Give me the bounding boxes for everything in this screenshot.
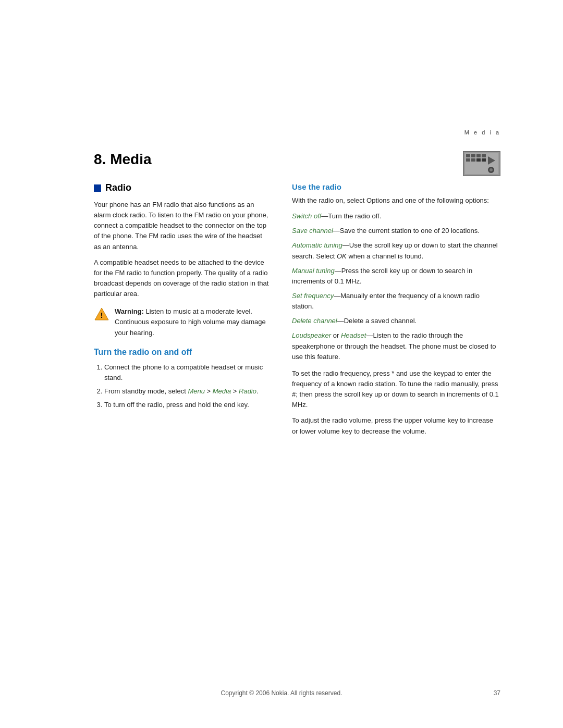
svg-text:!: !: [101, 311, 103, 319]
step-2: From standby mode, select Menu > Media >…: [104, 386, 271, 397]
svg-rect-9: [482, 158, 486, 162]
content-area: 8. Media: [94, 151, 500, 442]
extra-para-1: To set the radio frequency, press * and …: [292, 368, 500, 411]
page: M e d i a 8. Media: [0, 0, 563, 728]
footer: Copyright © 2006 Nokia. All rights reser…: [0, 689, 563, 697]
section-square-icon: [94, 184, 101, 192]
option-delete-channel: Delete channel—Delete a saved channel.: [292, 316, 500, 326]
svg-rect-7: [471, 158, 475, 162]
step2-menu: Menu: [188, 387, 205, 395]
extra-para-2: To adjust the radio volume, press the up…: [292, 415, 500, 436]
media-icon: [463, 151, 500, 176]
option-delete-channel-label: Delete channel: [292, 317, 337, 325]
header-label: M e d i a: [464, 129, 500, 135]
svg-rect-3: [471, 154, 475, 157]
option-switch-off: Switch off—Turn the radio off.: [292, 211, 500, 221]
option-speaker-headset: Loudspeaker or Headset—Listen to the rad…: [292, 330, 500, 362]
svg-rect-5: [482, 154, 486, 157]
svg-rect-8: [476, 158, 481, 162]
option-auto-tuning-label: Automatic tuning: [292, 241, 342, 249]
warning-text: Warning: Listen to music at a moderate l…: [115, 306, 271, 338]
svg-rect-2: [466, 154, 470, 157]
option-switch-off-label: Switch off: [292, 212, 321, 220]
step2-radio: Radio: [239, 387, 256, 395]
option-speaker-label: Loudspeaker: [292, 331, 331, 339]
radio-title-text: Radio: [105, 182, 131, 193]
use-radio-title: Use the radio: [292, 182, 500, 191]
step-1: Connect the phone to a compatible headse…: [104, 362, 271, 383]
option-set-freq-label: Set frequency: [292, 292, 334, 300]
footer-page-number: 37: [494, 689, 500, 697]
warning-box: ! Warning: Listen to music at a moderate…: [94, 306, 271, 338]
option-manual-tuning: Manual tuning—Press the scroll key up or…: [292, 266, 500, 287]
radio-intro-para-2: A compatible headset needs to be attache…: [94, 257, 271, 300]
right-column: Use the radio With the radio on, select …: [292, 182, 500, 442]
option-save-channel-label: Save channel: [292, 227, 333, 235]
svg-point-12: [489, 168, 493, 171]
chapter-title: 8. Media: [94, 151, 500, 168]
turn-on-steps: Connect the phone to a compatible headse…: [94, 362, 271, 411]
option-headset-label: Headset: [341, 331, 366, 339]
option-save-channel: Save channel—Save the current station to…: [292, 226, 500, 236]
step-3: To turn off the radio, press and hold th…: [104, 400, 271, 410]
svg-rect-6: [466, 158, 470, 162]
svg-rect-4: [476, 154, 481, 157]
footer-copyright: Copyright © 2006 Nokia. All rights reser…: [221, 689, 342, 697]
step2-media: Media: [213, 387, 231, 395]
radio-intro-para-1: Your phone has an FM radio that also fun…: [94, 200, 271, 252]
turn-on-title: Turn the radio on and off: [94, 348, 271, 357]
warning-icon: !: [94, 306, 109, 322]
two-column-layout: Radio Your phone has an FM radio that al…: [94, 182, 500, 442]
use-radio-intro: With the radio on, select Options and on…: [292, 195, 500, 206]
warning-bold: Warning:: [115, 307, 144, 315]
option-auto-tuning: Automatic tuning—Use the scroll key up o…: [292, 240, 500, 261]
option-manual-tuning-label: Manual tuning: [292, 267, 335, 275]
option-set-freq: Set frequency—Manually enter the frequen…: [292, 291, 500, 312]
left-column: Radio Your phone has an FM radio that al…: [94, 182, 271, 442]
radio-section-title: Radio: [94, 182, 271, 193]
